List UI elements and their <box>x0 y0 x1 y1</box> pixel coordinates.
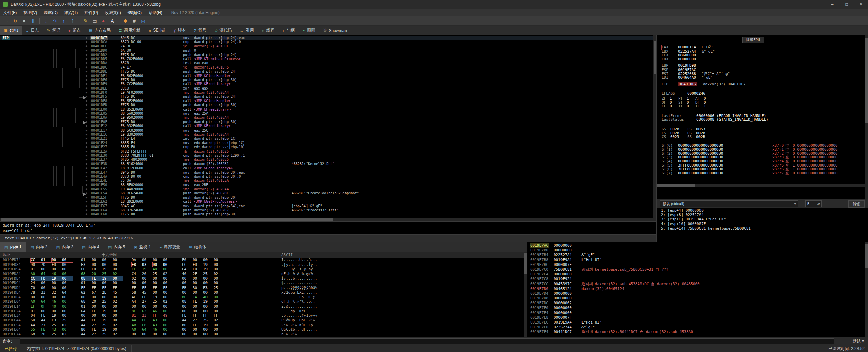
disasm-row[interactable]: ●00401DFDFF75 D0pushdword ptr ss:[ebp-30… <box>0 103 653 107</box>
register-row[interactable]: EDI004664A0"`gE" <box>657 76 865 80</box>
disasm-row[interactable]: ●00401DD06A 00push0 <box>0 48 653 53</box>
disasm-row[interactable]: ●00401DE9E8 CC2E0600call<JMP.&FreeLibrar… <box>0 82 653 86</box>
argument-row[interactable]: 2: [esp+8] 022527A4 <box>657 213 868 217</box>
breakpoint-dot[interactable]: ● <box>86 183 87 188</box>
tab-CPU[interactable]: ▣CPU <box>0 26 22 35</box>
disasm-row[interactable]: ●00401DE1E8 862E0600call<JMP.&CloseHandl… <box>0 74 653 78</box>
dump-vertical-scrollbar[interactable] <box>524 252 527 337</box>
breakpoint-dot[interactable]: ● <box>86 70 87 74</box>
breakpoint-dot[interactable]: ● <box>86 137 87 141</box>
close-debuggee-icon[interactable]: ✕ <box>20 17 28 25</box>
stack-row[interactable]: 0019E7D000465124daxxor(32).00465124 <box>527 287 865 291</box>
breakpoint-dot[interactable]: ● <box>86 103 87 107</box>
stack-row[interactable]: 0019E7D400000000 <box>527 291 865 296</box>
breakpoint-dot[interactable]: ● <box>86 175 87 179</box>
disasm-row[interactable]: ●00401DCA837D DC 00cmpdword ptr ss:[ebp-… <box>0 40 653 44</box>
disasm-row[interactable]: ●00401E12E8 A32E0600call<JMP.&FreeLibrar… <box>0 124 653 128</box>
dump-row[interactable]: 0019FD74CC01000001000000DA000000E0000000… <box>0 258 524 262</box>
disasm-row[interactable]: ●00401E62E8 B92E0600call<JMP.&GetProcAdd… <box>0 200 653 204</box>
tab-内存布局[interactable]: ▤内存布局 <box>85 26 115 35</box>
disasm-row[interactable]: ●00401E4A837D D0 00cmpdword ptr ss:[ebp-… <box>0 175 653 179</box>
breakpoint-dot[interactable]: ● <box>86 86 87 91</box>
dump-row[interactable]: 0019FE7468202502A42725020000000000000000… <box>0 332 524 337</box>
dump-row[interactable]: 0019FE44504AF32544FE190044FE4300A4272502… <box>0 318 524 323</box>
segment-row[interactable]: CS0023SS002B <box>657 135 865 139</box>
disasm-row[interactable]: ●00401E05B8 5A020000moveax,25A <box>0 112 653 116</box>
search-icon[interactable]: ◎ <box>139 17 147 25</box>
disasm-row[interactable]: ●00401E17B8 5C020000moveax,25C <box>0 129 653 133</box>
stack-row[interactable]: 0019E7BC0000007F <box>527 262 865 267</box>
dump-row[interactable]: 0019FDD470000000FFFFFFFFFFFFFFFFFB30E325… <box>0 286 524 290</box>
breakpoint-dot[interactable]: ● <box>86 61 87 65</box>
memory-map-icon[interactable]: ▤ <box>91 17 99 25</box>
hide-fpu-button[interactable]: 隐藏FPU <box>742 37 764 43</box>
registers-pane[interactable]: 隐藏FPU EAX000001C4L'Ǆ'EBX022527A4&"`gE"EC… <box>657 35 868 199</box>
minimize-button[interactable]: – <box>825 0 840 9</box>
breakpoint-dot[interactable]: ● <box>86 154 87 158</box>
run-icon[interactable]: → <box>2 17 11 25</box>
tab-内存 2[interactable]: ▤内存 2 <box>26 242 52 252</box>
tab-符号[interactable]: Σ符号 <box>190 26 211 35</box>
breakpoint-dot[interactable]: ● <box>86 133 87 137</box>
disasm-row[interactable]: ●00401DEE33C0xoreax,eax <box>0 86 653 91</box>
disasm-row[interactable]: ●00401E0FFF75 D0pushdword ptr ss:[ebp-30… <box>0 120 653 124</box>
breakpoint-dot[interactable]: ● <box>86 200 87 204</box>
disasm-row[interactable]: ●00401E6DFF75 D0pushdword ptr ss:[ebp-30… <box>0 212 653 216</box>
argument-row[interactable]: 1: [esp+4] 00000000 <box>657 208 868 213</box>
execute-till-return-icon[interactable]: ↑ <box>60 17 68 25</box>
disasm-row[interactable]: ●00401DDA85C0testeax,eax <box>0 61 653 65</box>
calculator-icon[interactable]: # <box>130 17 138 25</box>
fpu-horizontal-scrollbar[interactable] <box>657 184 865 187</box>
dump-pane[interactable]: 地址 十六进制 ASCII 0019FD74CC01000001000000DA… <box>0 252 527 337</box>
stack-row[interactable]: 0019E7C400000000 <box>527 272 865 277</box>
breakpoint-dot[interactable]: ● <box>86 65 87 70</box>
argument-row[interactable]: 4: [esp+10] 0000007F <box>657 222 868 226</box>
step-into-icon[interactable]: ↓ <box>42 17 50 25</box>
dump-row[interactable]: 0019FE04A064460068202502A427250208FE1900… <box>0 299 524 304</box>
dump-row[interactable]: 0019FDC424000000010000000000000000000000… <box>0 281 524 286</box>
flags-row[interactable]: CF0TF0IF1 <box>657 104 865 109</box>
breakpoint-dot[interactable]: ● <box>86 171 87 175</box>
menu-item[interactable]: 收藏夹(I) <box>101 10 124 15</box>
disasm-row[interactable]: ●00401E370F85 48020000jnedaxxor(32).4020… <box>0 158 653 162</box>
dump-row[interactable]: 0019FDF400000000000000004CFE19008C1A4000… <box>0 295 524 300</box>
breakpoint-dot[interactable]: ● <box>86 74 87 78</box>
pause-icon[interactable]: ‖ <box>29 17 37 25</box>
dump-row[interactable]: 0019FDB4CCFD190008FE19000200000000000000… <box>0 276 524 281</box>
disasm-row[interactable]: ●00401E273B55 F0cmpedx,dword ptr ss:[ebp… <box>0 145 653 149</box>
disasm-row[interactable]: ●00401E678945 ACmovdword ptr ss:[ebp-54]… <box>0 204 653 208</box>
stack-vertical-scrollbar[interactable] <box>865 242 868 337</box>
stack-row[interactable]: 0019E7B4022527A4&"`gE" <box>527 253 865 257</box>
tab-Snowman[interactable]: ☃Snowman <box>319 26 351 35</box>
dump-row[interactable]: 0019FE3404FE1900000000008123FF49FEFFFFFF… <box>0 313 524 318</box>
maximize-button[interactable]: □ <box>840 0 854 9</box>
disasm-row[interactable]: ●00401E50B8 BE020000moveax,2BE <box>0 183 653 187</box>
disasm-row[interactable]: ●00401DD5E8 782E0600call<JMP.&TerminateP… <box>0 57 653 61</box>
stack-row[interactable]: 0019E7E400000000 <box>527 311 865 315</box>
breakpoint-dot[interactable]: ● <box>86 120 87 124</box>
breakpoint-dot[interactable]: ● <box>86 107 87 112</box>
breakpoint-dot[interactable]: ● <box>86 166 87 171</box>
disasm-row[interactable]: ●00401DDEFF75 DCpushdword ptr ss:[ebp-24… <box>0 70 653 74</box>
stack-row[interactable]: 0019E7E000000000 <box>527 306 865 310</box>
menu-item[interactable]: 视图(V) <box>20 10 40 15</box>
breakpoint-dot[interactable]: ● <box>86 124 87 129</box>
stack-row[interactable]: 0019E7B80019E9A4L"Hei UI" <box>527 258 865 262</box>
breakpoint-dot[interactable]: ● <box>86 53 87 57</box>
disasm-row[interactable]: ●00401E42E8 812F0600call<JMP.&LoadLibrar… <box>0 166 653 170</box>
breakpoint-dot[interactable]: ● <box>86 141 87 145</box>
disasm-row[interactable]: ●00401E3D68 B1624600pushdaxxor(32).4662B… <box>0 162 653 166</box>
menu-item[interactable]: 插件(P) <box>81 10 101 15</box>
breakpoint-dot[interactable]: ● <box>86 57 87 61</box>
disassembly-pane[interactable]: EIP●00401DC78945 DCmovdword ptr ss:[ebp-… <box>0 35 657 221</box>
dump-row[interactable]: 0019FE54A4272502A42725024BFB430080FE1900… <box>0 323 524 328</box>
tab-调用堆栈[interactable]: ≣调用堆栈 <box>115 26 144 35</box>
breakpoint-dot[interactable]: ● <box>86 116 87 120</box>
disasm-row[interactable]: ●00401E3083BD 70EDFFFF 01cmpdword ptr ss… <box>0 154 653 158</box>
dump-row[interactable]: 0019FD84907DFD00E3000000E8030000CCFD1900… <box>0 262 524 267</box>
register-row[interactable]: EDX00000000 <box>657 57 865 61</box>
breakpoint-dot[interactable]: ● <box>86 162 87 167</box>
calling-convention-select[interactable]: 默认 (stdcall)▾ <box>660 200 798 207</box>
tab-笔记[interactable]: ✎笔记 <box>43 26 64 35</box>
breakpoint-dot[interactable]: ● <box>86 78 87 82</box>
